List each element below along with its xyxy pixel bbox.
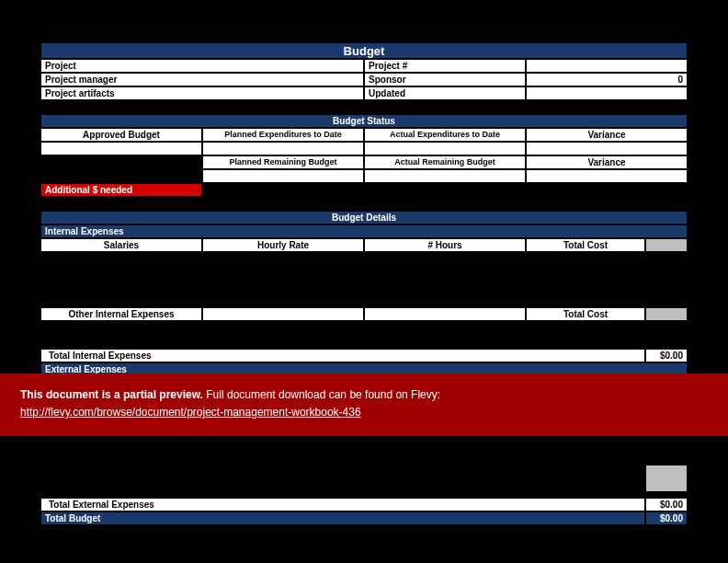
total-external-value: $0.00 <box>645 498 688 511</box>
gray-block-1 <box>645 238 688 252</box>
gray-block-2 <box>645 307 688 321</box>
project-label: Project <box>40 59 364 73</box>
actual-exp-hdr: Actual Expenditures to Date <box>364 128 526 142</box>
actual-exp-val <box>364 142 526 155</box>
variance1-val <box>526 142 688 155</box>
other-internal-hdr: Other Internal Expenses <box>40 307 202 321</box>
project-num-label: Project # <box>364 59 526 73</box>
pm-label: Project manager <box>40 73 364 86</box>
hourly-hdr: Hourly Rate <box>202 238 364 252</box>
overlay-rest: Full document download can be found on F… <box>203 388 440 401</box>
total-budget-value: $0.00 <box>645 511 688 525</box>
other-internal-c2 <box>202 307 364 321</box>
planned-exp-val <box>202 142 364 155</box>
additional-needed: Additional $ needed <box>40 183 202 197</box>
total-internal-value: $0.00 <box>645 349 688 362</box>
actual-remain-val <box>364 169 526 183</box>
overlay-link[interactable]: http://flevy.com/browse/document/project… <box>20 406 361 419</box>
total-budget-label: Total Budget <box>40 511 645 525</box>
total-internal-label: Total Internal Expenses <box>40 349 645 362</box>
totalcost1-hdr: Total Cost <box>526 238 645 252</box>
totalcost2-hdr: Total Cost <box>526 307 645 321</box>
budget-sheet: Budget Project Project # Project manager… <box>40 42 688 525</box>
variance2-hdr: Variance <box>526 155 688 169</box>
sponsor-value: 0 <box>526 73 688 86</box>
artifacts-label: Project artifacts <box>40 86 364 100</box>
total-external-label: Total External Expenses <box>40 498 645 511</box>
variance-hdr: Variance <box>526 128 688 142</box>
title-header: Budget <box>40 42 688 59</box>
gray-block-3 <box>645 465 688 492</box>
planned-exp-hdr: Planned Expenditures to Date <box>202 128 364 142</box>
overlay-bold: This document is a partial preview. <box>20 388 203 401</box>
variance2-val <box>526 169 688 183</box>
sponsor-label: Sponsor <box>364 73 526 86</box>
planned-remain-val <box>202 169 364 183</box>
approved-budget-hdr: Approved Budget <box>40 128 202 142</box>
updated-label: Updated <box>364 86 526 100</box>
other-internal-c3 <box>364 307 526 321</box>
hours-hdr: # Hours <box>364 238 526 252</box>
project-num-value <box>526 59 688 73</box>
salaries-hdr: Salaries <box>40 238 202 252</box>
planned-remain-hdr: Planned Remaining Budget <box>202 155 364 169</box>
internal-expenses-hdr: Internal Expenses <box>40 224 688 238</box>
status-header: Budget Status <box>40 114 688 128</box>
actual-remain-hdr: Actual Remaining Budget <box>364 155 526 169</box>
preview-overlay: This document is a partial preview. Full… <box>0 373 728 436</box>
updated-value <box>526 86 688 100</box>
details-header: Budget Details <box>40 211 688 224</box>
approved-budget-val <box>40 142 202 155</box>
